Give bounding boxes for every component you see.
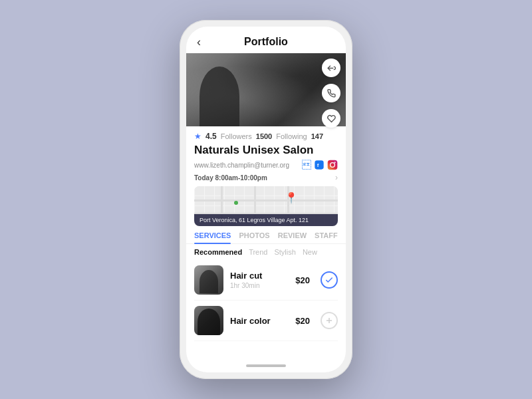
haircolor-price: $20 [295,316,310,326]
followers-count: 1500 [256,132,272,140]
haircut-name: Hair cut [230,271,289,281]
heart-icon-button[interactable] [322,109,340,128]
rating-value: 4.5 [205,132,217,141]
haircolor-add-button[interactable] [321,312,338,329]
facebook-icon[interactable]:  [302,160,311,170]
header: ‹ Portfolio [186,27,346,53]
haircolor-name: Hair color [230,316,289,326]
filter-trend[interactable]: Trend [249,248,267,256]
home-indicator [186,359,346,372]
hours-row: Today 8:00am-10:00pm › [194,173,338,182]
social-icons:  f [302,160,338,170]
filter-recommended[interactable]: Recommened [194,248,242,256]
filter-stylish[interactable]: Stylish [274,248,295,256]
followers-label: Followers [221,132,252,140]
haircut-thumb-image [194,265,223,295]
filter-new[interactable]: New [303,248,317,256]
following-label: Following [276,132,307,140]
filter-row: Recommened Trend Stylish New [186,244,346,260]
phone-icon-button[interactable] [322,84,340,102]
home-bar [246,364,286,367]
back-button[interactable]: ‹ [197,35,201,49]
haircolor-thumbnail [194,306,223,335]
phone-frame: ‹ Portfolio [180,20,352,379]
tabs-section: SERVICES PHOTOS REVIEW STAFF [186,226,346,244]
haircut-price: $20 [295,275,310,285]
salon-name: Naturals Unisex Salon [194,144,338,157]
svg-rect-0 [315,160,323,169]
facebook-icon-svg[interactable]: f [314,160,325,170]
tab-photos[interactable]: PHOTOS [239,231,269,243]
svg-rect-2 [328,160,338,170]
haircut-add-button[interactable] [321,271,338,289]
website-row: www.lizeth.champlin@turner.org  f [194,160,338,170]
map-pin: 📍 [285,192,298,204]
tab-review[interactable]: REVIEW [278,231,307,243]
service-item-haircolor: Hair color $20 [194,301,338,341]
rating-row: ★ 4.5 Followers 1500 Following 147 [194,132,338,141]
page-title: Portfolio [244,36,288,48]
svg-point-4 [334,162,336,163]
phone-screen: ‹ Portfolio [186,27,346,372]
share-icon-button[interactable] [322,59,340,77]
haircut-thumbnail [194,265,223,295]
hours-text: Today 8:00am-10:00pm [194,174,267,182]
side-icons [322,53,340,128]
map-background: 📍 Port Veronica, 61 Legros Village Apt. … [194,186,338,226]
tab-staff[interactable]: STAFF [315,231,338,243]
svg-text:f: f [317,162,319,168]
haircolor-info: Hair color [230,316,289,326]
map-area[interactable]: 📍 Port Veronica, 61 Legros Village Apt. … [194,186,338,226]
following-count: 147 [311,132,323,140]
haircut-info: Hair cut 1hr 30min [230,271,289,289]
info-section: ★ 4.5 Followers 1500 Following 147 Natur… [186,126,346,186]
service-item-haircut: Hair cut 1hr 30min $20 [194,260,338,301]
map-dot [234,201,238,205]
hours-chevron[interactable]: › [335,173,338,182]
instagram-icon[interactable] [327,160,338,170]
map-address-bar: Port Veronica, 61 Legros Village Apt. 12… [194,214,338,226]
map-road-horizontal-1 [194,200,338,201]
tab-services[interactable]: SERVICES [194,231,231,243]
services-list: Hair cut 1hr 30min $20 Hair color [186,260,346,359]
haircut-duration: 1hr 30min [230,282,289,289]
hours-time: 8:00am-10:00pm [215,174,267,182]
website-url[interactable]: www.lizeth.champlin@turner.org [194,162,289,169]
hero-section [186,53,346,126]
haircolor-thumb-image [194,306,223,335]
star-icon: ★ [194,132,201,141]
hours-today: Today [194,174,213,182]
